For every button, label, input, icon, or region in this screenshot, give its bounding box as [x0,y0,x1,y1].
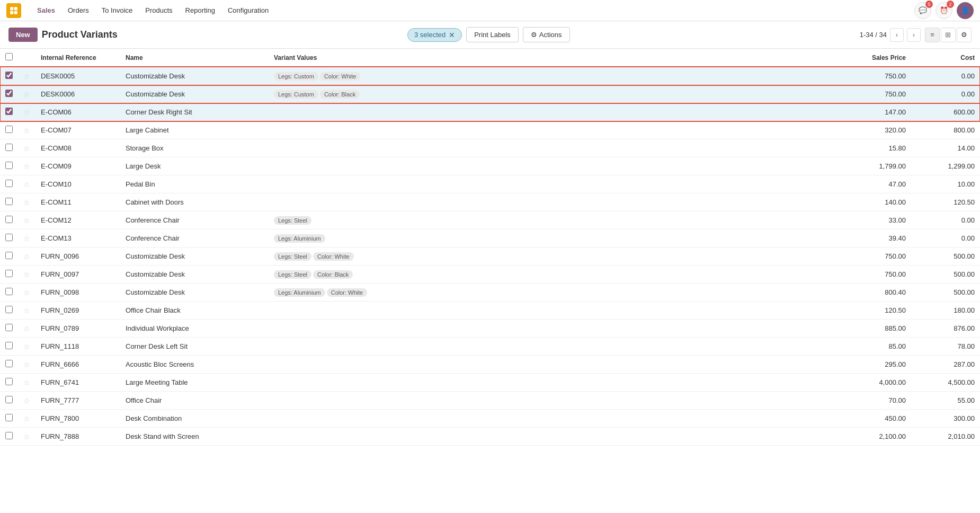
row-checkbox[interactable] [5,288,13,295]
star-icon[interactable]: ☆ [23,72,30,81]
row-checkbox-cell[interactable] [0,338,18,356]
row-checkbox[interactable] [5,324,13,331]
star-icon[interactable]: ☆ [23,342,30,351]
star-icon[interactable]: ☆ [23,360,30,369]
row-checkbox-cell[interactable] [0,356,18,374]
row-star-cell[interactable]: ☆ [18,157,35,175]
row-checkbox-cell[interactable] [0,121,18,139]
row-checkbox-cell[interactable] [0,320,18,338]
row-checkbox[interactable] [5,198,13,205]
row-star-cell[interactable]: ☆ [18,139,35,157]
row-star-cell[interactable]: ☆ [18,266,35,284]
row-star-cell[interactable]: ☆ [18,103,35,121]
row-star-cell[interactable]: ☆ [18,338,35,356]
star-icon[interactable]: ☆ [23,252,30,261]
star-icon[interactable]: ☆ [23,90,30,99]
row-checkbox[interactable] [5,162,13,169]
row-star-cell[interactable]: ☆ [18,121,35,139]
row-checkbox[interactable] [5,252,13,259]
row-checkbox[interactable] [5,180,13,187]
row-star-cell[interactable]: ☆ [18,428,35,446]
row-checkbox[interactable] [5,432,13,439]
cost-header[interactable]: Cost [911,49,980,67]
row-checkbox[interactable] [5,342,13,349]
star-icon[interactable]: ☆ [23,432,30,441]
variant-values-header[interactable]: Variant Values [269,49,842,67]
row-checkbox-cell[interactable] [0,428,18,446]
row-star-cell[interactable]: ☆ [18,302,35,320]
activities-button[interactable]: ⏰ 2 [936,2,952,19]
row-checkbox[interactable] [5,126,13,133]
row-star-cell[interactable]: ☆ [18,193,35,211]
deselect-button[interactable]: ✕ [449,31,455,39]
select-all-checkbox[interactable] [5,53,13,60]
star-icon[interactable]: ☆ [23,306,30,315]
row-checkbox-cell[interactable] [0,157,18,175]
nav-item-orders[interactable]: Orders [63,4,94,16]
row-star-cell[interactable]: ☆ [18,320,35,338]
star-icon[interactable]: ☆ [23,288,30,297]
internal-ref-header[interactable]: Internal Reference [35,49,120,67]
row-checkbox[interactable] [5,234,13,241]
nav-item-configuration[interactable]: Configuration [222,4,274,16]
row-checkbox[interactable] [5,90,13,97]
star-icon[interactable]: ☆ [23,234,30,243]
row-checkbox-cell[interactable] [0,374,18,392]
row-checkbox[interactable] [5,72,13,79]
star-icon[interactable]: ☆ [23,144,30,153]
nav-item-reporting[interactable]: Reporting [180,4,220,16]
star-icon[interactable]: ☆ [23,378,30,387]
row-star-cell[interactable]: ☆ [18,374,35,392]
list-view-button[interactable]: ≡ [925,28,940,42]
row-star-cell[interactable]: ☆ [18,392,35,410]
star-icon[interactable]: ☆ [23,216,30,225]
row-checkbox-cell[interactable] [0,193,18,211]
nav-item-to-invoice[interactable]: To Invoice [96,4,138,16]
row-checkbox-cell[interactable] [0,410,18,428]
star-icon[interactable]: ☆ [23,270,30,279]
new-button[interactable]: New [8,28,38,42]
kanban-view-button[interactable]: ⊞ [941,28,956,42]
star-icon[interactable]: ☆ [23,396,30,405]
row-checkbox-cell[interactable] [0,211,18,229]
row-star-cell[interactable]: ☆ [18,211,35,229]
row-star-cell[interactable]: ☆ [18,85,35,103]
row-checkbox-cell[interactable] [0,247,18,266]
row-checkbox-cell[interactable] [0,85,18,103]
star-icon[interactable]: ☆ [23,162,30,171]
app-logo[interactable] [6,3,21,18]
row-checkbox-cell[interactable] [0,103,18,121]
row-checkbox[interactable] [5,108,13,115]
selected-badge[interactable]: 3 selected ✕ [407,28,462,42]
nav-item-sales[interactable]: Sales [32,4,60,16]
row-star-cell[interactable]: ☆ [18,284,35,302]
nav-item-products[interactable]: Products [140,4,177,16]
row-star-cell[interactable]: ☆ [18,175,35,193]
row-checkbox[interactable] [5,414,13,421]
star-icon[interactable]: ☆ [23,126,30,135]
row-checkbox[interactable] [5,360,13,367]
row-checkbox-cell[interactable] [0,266,18,284]
row-star-cell[interactable]: ☆ [18,247,35,266]
row-checkbox-cell[interactable] [0,392,18,410]
actions-button[interactable]: ⚙ Actions [523,27,570,42]
row-star-cell[interactable]: ☆ [18,229,35,247]
row-checkbox-cell[interactable] [0,229,18,247]
row-checkbox-cell[interactable] [0,302,18,320]
star-icon[interactable]: ☆ [23,324,30,333]
star-icon[interactable]: ☆ [23,108,30,117]
user-avatar[interactable]: 👤 [957,2,974,19]
sales-price-header[interactable]: Sales Price [842,49,911,67]
column-settings-button[interactable]: ⚙ [957,28,972,42]
row-star-cell[interactable]: ☆ [18,356,35,374]
row-checkbox[interactable] [5,216,13,223]
row-star-cell[interactable]: ☆ [18,410,35,428]
row-star-cell[interactable]: ☆ [18,67,35,85]
row-checkbox[interactable] [5,270,13,277]
messages-button[interactable]: 💬 5 [914,2,931,19]
star-icon[interactable]: ☆ [23,198,30,207]
row-checkbox-cell[interactable] [0,284,18,302]
select-all-header[interactable] [0,49,18,67]
row-checkbox[interactable] [5,144,13,151]
print-labels-button[interactable]: Print Labels [466,27,519,42]
